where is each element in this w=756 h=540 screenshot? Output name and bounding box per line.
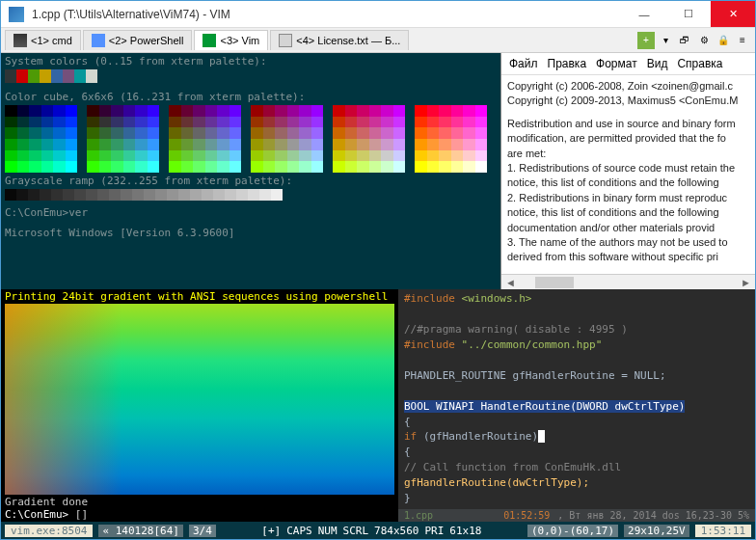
status-bar: vim.exe:8504 « 140128[64] 3/4 [+] CAPS N… bbox=[1, 522, 755, 539]
sb-cell: 29x10,25V bbox=[624, 525, 689, 537]
terminal-xterm-palette[interactable]: System colors (0..15 from xterm palette)… bbox=[1, 53, 500, 289]
sb-tabs-count: 3/4 bbox=[189, 525, 216, 537]
tab-cmd[interactable]: <1> cmd bbox=[5, 30, 81, 50]
prompt-line: C:\ConEmu>ver bbox=[5, 206, 497, 219]
window-title: 1.cpp (T:\Utils\Alternative\ViM74) - VIM bbox=[32, 8, 622, 21]
gradient-display bbox=[5, 304, 394, 495]
top-row: System colors (0..15 from xterm palette)… bbox=[1, 53, 755, 289]
vim-code-area[interactable]: #include <windows.h> //#pragma warning( … bbox=[398, 289, 755, 509]
menu-file[interactable]: Файл bbox=[509, 57, 538, 70]
system-colors-label: System colors (0..15 from xterm palette)… bbox=[5, 55, 497, 68]
menu-format[interactable]: Формат bbox=[596, 57, 637, 70]
color-cube-label: Color cube, 6x6x6 (16..231 from xterm pa… bbox=[5, 91, 497, 103]
sb-coords: (0,0)-(60,17) bbox=[527, 525, 618, 537]
gradient-footer: Gradient done C:\ConEmu> [] bbox=[1, 495, 398, 522]
close-button[interactable]: ✕ bbox=[711, 1, 755, 27]
app-icon bbox=[9, 7, 24, 22]
powershell-icon bbox=[92, 34, 105, 47]
menu-edit[interactable]: Правка bbox=[548, 57, 587, 70]
maximize-pane-button[interactable]: 🗗 bbox=[676, 32, 693, 49]
new-tab-button[interactable]: + bbox=[637, 32, 655, 49]
settings-button[interactable]: ⚙ bbox=[695, 32, 713, 49]
app-window: 1.cpp (T:\Utils\Alternative\ViM74) - VIM… bbox=[0, 0, 756, 540]
menu-button[interactable]: ≡ bbox=[734, 32, 751, 49]
content-area: System colors (0..15 from xterm palette)… bbox=[1, 53, 755, 522]
notepad-body[interactable]: Copyright (c) 2006-2008, Zoin <zoinen@gm… bbox=[501, 75, 755, 274]
maximize-button[interactable]: ☐ bbox=[666, 1, 711, 27]
notepad-menu: Файл Правка Формат Вид Справка bbox=[501, 53, 755, 75]
lock-icon[interactable]: 🔒 bbox=[715, 32, 732, 49]
vim-editor-pane[interactable]: #include <windows.h> //#pragma warning( … bbox=[398, 289, 755, 522]
system-colors-swatch bbox=[5, 69, 497, 83]
text-icon bbox=[279, 34, 292, 47]
grayscale-label: Grayscale ramp (232..255 from xterm pale… bbox=[5, 175, 497, 187]
bottom-row: Printing 24bit gradient with ANSI sequen… bbox=[1, 289, 755, 522]
tab-bar: <1> cmd <2> PowerShell <3> Vim <4> Licen… bbox=[1, 28, 755, 53]
terminal-gradient[interactable]: Printing 24bit gradient with ANSI sequen… bbox=[1, 289, 398, 522]
scroll-right-icon[interactable]: ► bbox=[737, 277, 755, 288]
sb-process: vim.exe:8504 bbox=[5, 525, 93, 537]
titlebar[interactable]: 1.cpp (T:\Utils\Alternative\ViM74) - VIM… bbox=[1, 1, 755, 28]
tab-license[interactable]: <4> License.txt — Б... bbox=[270, 30, 409, 50]
gradient-header: Printing 24bit gradient with ANSI sequen… bbox=[1, 289, 398, 304]
notepad-pane: Файл Правка Формат Вид Справка Copyright… bbox=[500, 53, 755, 289]
tabbar-controls: + ▾ 🗗 ⚙ 🔒 ≡ bbox=[637, 32, 751, 49]
tab-dropdown-button[interactable]: ▾ bbox=[657, 32, 674, 49]
sb-clock: 1:53:11 bbox=[695, 525, 751, 537]
vim-icon bbox=[202, 34, 216, 47]
tab-powershell[interactable]: <2> PowerShell bbox=[83, 30, 193, 50]
cmd-icon bbox=[14, 34, 27, 47]
vim-status-line: 1.cpp 01:52:59 , Вт янв 28, 2014 dos 16,… bbox=[398, 509, 755, 522]
grayscale-ramp bbox=[5, 189, 497, 201]
scrollbar-thumb[interactable] bbox=[535, 277, 574, 288]
sb-build: « 140128[64] bbox=[98, 525, 182, 537]
ver-output: Microsoft Windows [Version 6.3.9600] bbox=[5, 227, 497, 239]
menu-view[interactable]: Вид bbox=[647, 57, 668, 70]
menu-help[interactable]: Справка bbox=[677, 57, 722, 70]
scroll-left-icon[interactable]: ◄ bbox=[501, 277, 520, 288]
minimize-button[interactable]: — bbox=[622, 1, 666, 27]
window-controls: — ☐ ✕ bbox=[622, 1, 755, 27]
color-cube-row bbox=[5, 105, 497, 173]
notepad-scrollbar[interactable]: ◄ ► bbox=[501, 274, 755, 289]
tab-vim[interactable]: <3> Vim bbox=[194, 30, 268, 50]
